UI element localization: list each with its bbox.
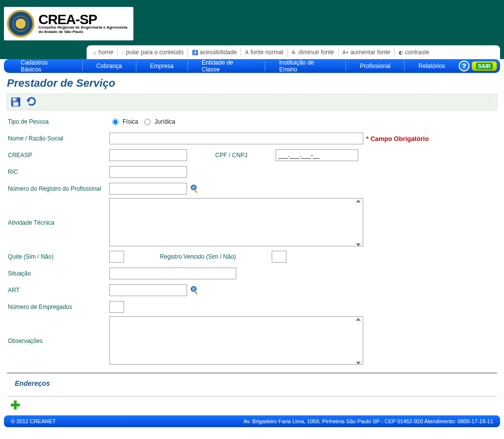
creasp-label: CREASP	[7, 152, 109, 159]
cpf-label: CPF / CNPJ	[187, 152, 276, 159]
toolbar	[7, 94, 497, 110]
search-registro-button[interactable]	[190, 184, 200, 194]
tipo-pessoa-label: Tipo de Pessoa	[7, 118, 109, 125]
home-label: home	[98, 49, 113, 56]
enderecos-section-title: Endereços	[7, 376, 497, 390]
font-normal-link[interactable]: Afonte normal	[241, 47, 287, 57]
registro-venc-label: Registro Vencido (Sim / Não)	[124, 253, 272, 260]
atividade-input[interactable]	[109, 198, 363, 246]
observacoes-input[interactable]	[109, 316, 363, 365]
section-divider	[7, 396, 497, 397]
radio-fisica-label: Física	[123, 118, 138, 125]
registro-venc-input[interactable]	[272, 251, 286, 263]
save-button[interactable]	[10, 97, 21, 107]
add-endereco-button[interactable]	[10, 400, 21, 410]
art-label: ART	[7, 287, 109, 294]
svg-rect-10	[11, 404, 20, 406]
contrast-icon: ◐	[399, 50, 403, 55]
contrast-label: contraste	[405, 49, 429, 56]
nav-instituicao[interactable]: Instituição de Ensino	[265, 61, 346, 71]
exit-label: SAIR	[476, 63, 493, 69]
num-registro-label: Número do Registro do Profissional	[7, 185, 109, 192]
font-normal-label: fonte normal	[251, 49, 284, 56]
nav-cadastros[interactable]: Cadastros Básicos	[7, 61, 83, 71]
font-decrease-label: diminuir fonte	[299, 49, 334, 56]
atividade-label: Atividade Técnica	[7, 219, 109, 226]
num-empregados-input[interactable]	[109, 301, 124, 313]
observacoes-label: Observações	[7, 338, 109, 344]
nav-cobranca[interactable]: Cobrança	[83, 61, 136, 71]
nav-relatorios[interactable]: Relatórios	[405, 61, 459, 71]
logo-subtitle-2: do Estado de São Paulo	[38, 30, 127, 34]
quite-label: Quite (Sim / Não)	[7, 253, 109, 260]
nav-entidade[interactable]: Entidade de Classe	[188, 61, 266, 71]
search-art-button[interactable]	[190, 285, 200, 295]
ric-input[interactable]	[109, 166, 187, 178]
contrast-link[interactable]: ◐contraste	[395, 47, 433, 57]
svg-point-7	[191, 287, 196, 292]
creasp-input[interactable]	[109, 149, 187, 161]
undo-button[interactable]	[26, 97, 37, 107]
svg-rect-3	[16, 99, 17, 101]
num-registro-input[interactable]	[109, 183, 187, 195]
art-input[interactable]	[109, 284, 187, 296]
help-button[interactable]: ?	[459, 61, 469, 71]
nome-input[interactable]	[109, 133, 363, 144]
arrow-down-icon: ↓	[122, 50, 124, 55]
skip-content-link[interactable]: ↓pular para o conteúdo	[118, 47, 188, 57]
footer: © 2012 CREANET Av. Brigadeiro Faria Lima…	[4, 415, 500, 427]
accessibility-label: acessibilidade	[200, 49, 237, 56]
radio-juridica[interactable]	[144, 119, 151, 125]
home-icon: ⌂	[94, 50, 96, 55]
svg-point-5	[191, 185, 196, 190]
font-increase-icon: A+	[343, 50, 349, 55]
quite-input[interactable]	[109, 251, 124, 263]
situacao-label: Situação	[7, 270, 109, 277]
ric-label: RIC	[7, 169, 109, 175]
radio-fisica[interactable]	[112, 119, 119, 125]
num-empregados-label: Número de Empregados	[7, 304, 109, 310]
svg-marker-4	[27, 100, 31, 103]
nav-empresa[interactable]: Empresa	[136, 61, 188, 71]
main-nav: Cadastros Básicos Cobrança Empresa Entid…	[4, 59, 500, 73]
home-link[interactable]: ⌂home	[90, 47, 118, 57]
svg-rect-6	[194, 190, 197, 193]
logo-emblem-icon	[7, 10, 34, 37]
accessibility-link[interactable]: ♿acessibilidade	[188, 47, 241, 57]
radio-juridica-label: Jurídica	[155, 118, 175, 125]
svg-rect-8	[194, 292, 197, 295]
exit-button[interactable]: SAIR	[472, 61, 497, 71]
font-decrease-icon: A-	[292, 50, 297, 55]
font-increase-link[interactable]: A+aumentar fonte	[339, 47, 395, 57]
font-increase-label: aumentar fonte	[350, 49, 390, 56]
skip-label: pular para o conteúdo	[126, 49, 184, 56]
cpf-input[interactable]	[276, 149, 358, 161]
logo-title: CREA-SP	[38, 13, 127, 26]
accessibility-bar: ⌂home ↓pular para o conteúdo ♿acessibili…	[87, 45, 500, 59]
header-banner: CREA-SP Conselho Regional de Engenharia …	[0, 0, 504, 45]
required-indicator: * Campo Obrigatório	[366, 135, 429, 142]
nav-profissional[interactable]: Profissional	[346, 61, 405, 71]
footer-left: © 2012 CREANET	[11, 418, 56, 424]
font-decrease-link[interactable]: A-diminuir fonte	[288, 47, 339, 57]
accessibility-icon: ♿	[192, 50, 198, 55]
nome-label: Nome / Razão Social	[7, 135, 109, 142]
page-title: Prestador de Serviço	[7, 77, 497, 90]
situacao-input[interactable]	[109, 268, 236, 279]
section-divider	[7, 372, 497, 373]
font-normal-icon: A	[245, 50, 249, 55]
footer-right: Av. Brigadeiro Faria Lima, 1059, Pinheir…	[244, 418, 493, 424]
svg-rect-2	[13, 102, 19, 106]
logo: CREA-SP Conselho Regional de Engenharia …	[4, 7, 133, 40]
